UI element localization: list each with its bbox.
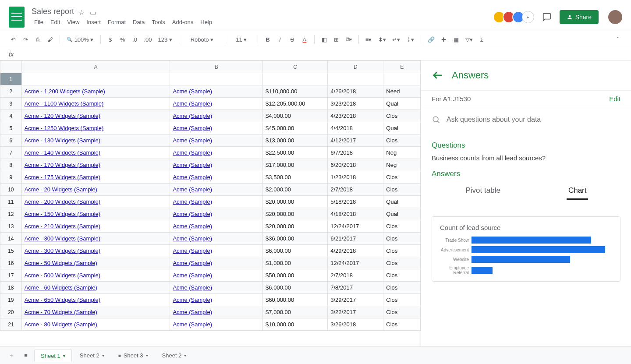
cell[interactable]: Clos (383, 245, 421, 257)
cell[interactable]: Qual (383, 98, 421, 110)
row-header[interactable]: 8 (0, 159, 22, 171)
cell[interactable]: Acme - 300 Widgets (Sample) (21, 233, 170, 245)
row-header[interactable]: 2 (0, 85, 22, 98)
menu-data[interactable]: Data (130, 17, 147, 27)
sheet-tab[interactable]: Sheet 1▾ (34, 350, 72, 362)
cell[interactable]: $22,500.00 (263, 147, 328, 159)
all-sheets-icon[interactable]: ≡ (19, 349, 32, 362)
cell[interactable]: Acme (Sample) (170, 122, 263, 134)
bold-icon[interactable]: B (263, 34, 272, 45)
cell[interactable]: Acme (Sample) (170, 98, 263, 110)
cell[interactable]: $20,000.00 (263, 220, 328, 233)
share-button[interactable]: Share (560, 10, 599, 24)
cell[interactable]: $7,000.00 (263, 306, 328, 318)
cell[interactable]: Acme - 20 Widgets (Sample) (21, 184, 170, 196)
header-cell[interactable]: OPPORTUNITY NAME (21, 73, 170, 85)
menu-file[interactable]: File (32, 17, 46, 27)
cell[interactable]: Clos (383, 318, 421, 331)
collaborator-avatars[interactable]: + (496, 11, 534, 23)
cell[interactable]: 2/7/2018 (328, 184, 383, 196)
cell[interactable]: Clos (383, 306, 421, 318)
row-header[interactable]: 21 (0, 318, 22, 331)
cell[interactable]: 4/29/2018 (328, 245, 383, 257)
row-header[interactable]: 14 (0, 233, 22, 245)
cell[interactable]: Acme (Sample) (170, 134, 263, 147)
font-size-dropdown[interactable]: 11 ▾ (230, 34, 252, 45)
cell[interactable]: Acme - 300 Widgets (Sample) (21, 245, 170, 257)
cell[interactable]: Acme (Sample) (170, 318, 263, 331)
cell[interactable]: 7/8/2017 (328, 282, 383, 294)
insert-comment-icon[interactable]: ✚ (440, 34, 448, 45)
cell[interactable]: Acme - 60 Widgets (Sample) (21, 282, 170, 294)
cell[interactable]: Qual (383, 208, 421, 220)
comments-icon[interactable] (540, 11, 553, 24)
cell[interactable]: Acme (Sample) (170, 159, 263, 171)
cell[interactable]: Acme - 1100 Widgets (Sample) (21, 98, 170, 110)
cell[interactable]: Clos (383, 184, 421, 196)
cell[interactable]: Acme - 500 Widgets (Sample) (21, 269, 170, 282)
menu-edit[interactable]: Edit (48, 17, 63, 27)
format-percent-icon[interactable]: % (118, 34, 127, 45)
cell[interactable]: Acme (Sample) (170, 85, 263, 98)
menu-view[interactable]: View (64, 17, 82, 27)
cell[interactable]: Acme - 70 Widgets (Sample) (21, 306, 170, 318)
column-header[interactable]: C (263, 61, 328, 73)
cell[interactable]: $4,000.00 (263, 110, 328, 122)
row-header[interactable]: 20 (0, 306, 22, 318)
cell[interactable]: 4/4/2018 (328, 122, 383, 134)
cell[interactable]: Acme (Sample) (170, 110, 263, 122)
zoom-dropdown[interactable]: 🔍 100% ▾ (65, 34, 95, 45)
sheets-logo-icon[interactable] (9, 7, 25, 28)
row-header[interactable]: 11 (0, 196, 22, 208)
italic-icon[interactable]: I (276, 34, 284, 45)
cell[interactable]: 2/7/2018 (328, 269, 383, 282)
print-icon[interactable]: ⎙ (33, 34, 42, 45)
cell[interactable]: 12/24/2017 (328, 257, 383, 269)
format-currency-icon[interactable]: $ (106, 34, 115, 45)
cell[interactable]: Acme (Sample) (170, 184, 263, 196)
cell[interactable]: Neg (383, 159, 421, 171)
cell[interactable]: $36,000.00 (263, 233, 328, 245)
avatar-more[interactable]: + (522, 11, 534, 23)
row-header[interactable]: 6 (0, 134, 22, 147)
cell[interactable]: Neg (383, 147, 421, 159)
cell[interactable]: Acme (Sample) (170, 147, 263, 159)
select-all-corner[interactable] (0, 61, 22, 73)
header-cell[interactable]: ACCOUNT NAME (170, 73, 263, 85)
cell[interactable]: Acme - 210 Widgets (Sample) (21, 220, 170, 233)
cell[interactable]: Acme - 170 Widgets (Sample) (21, 159, 170, 171)
back-arrow-icon[interactable] (432, 69, 444, 81)
answer-chart[interactable]: Count of lead source Trade ShowAdvertise… (432, 216, 620, 282)
cell[interactable]: Clos (383, 257, 421, 269)
format-decrease-decimal-icon[interactable]: .0 (131, 34, 139, 45)
cell[interactable]: 6/21/2017 (328, 233, 383, 245)
cell[interactable]: Acme - 80 Widgets (Sample) (21, 318, 170, 331)
cell[interactable]: Clos (383, 294, 421, 306)
row-header[interactable]: 7 (0, 147, 22, 159)
more-formats-dropdown[interactable]: 123 ▾ (157, 34, 174, 45)
cell[interactable]: $3,500.00 (263, 171, 328, 184)
cell[interactable]: Acme - 650 Widgets (Sample) (21, 294, 170, 306)
cell[interactable]: $50,000.00 (263, 269, 328, 282)
cell[interactable]: Acme - 150 Widgets (Sample) (21, 208, 170, 220)
menu-format[interactable]: Format (105, 17, 128, 27)
strikethrough-icon[interactable]: S (288, 34, 297, 45)
borders-icon[interactable]: ⊞ (332, 34, 341, 45)
cell[interactable]: Clos (383, 171, 421, 184)
suggested-question[interactable]: Business counts from all lead sources? (432, 154, 620, 162)
row-header[interactable]: 3 (0, 98, 22, 110)
cell[interactable]: $20,000.00 (263, 208, 328, 220)
tab-pivot-table[interactable]: Pivot table (464, 183, 502, 200)
header-cell[interactable]: CLOSE DATE (328, 73, 383, 85)
account-avatar[interactable] (608, 10, 622, 24)
cell[interactable]: Clos (383, 269, 421, 282)
ask-input[interactable] (447, 116, 620, 124)
cell[interactable]: Acme - 50 Widgets (Sample) (21, 257, 170, 269)
cell[interactable]: Need (383, 85, 421, 98)
cell[interactable]: 3/26/2018 (328, 318, 383, 331)
undo-icon[interactable]: ↶ (9, 34, 18, 45)
insert-link-icon[interactable]: 🔗 (426, 34, 436, 45)
row-header[interactable]: 13 (0, 220, 22, 233)
menu-addons[interactable]: Add-ons (170, 17, 196, 27)
cell[interactable]: 4/26/2018 (328, 85, 383, 98)
